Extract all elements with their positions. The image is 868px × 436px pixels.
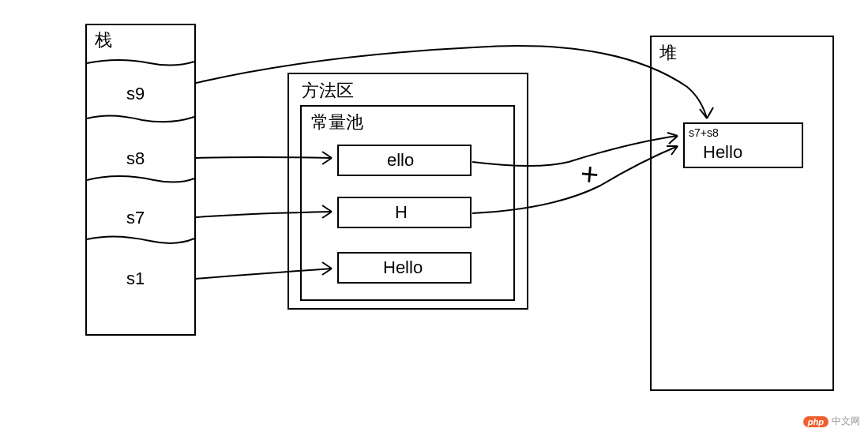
method-area-title: 方法区 [302,79,354,103]
stack-item-s8: s8 [126,148,145,169]
watermark: php 中文网 [803,415,860,428]
heap-container [650,36,834,391]
constant-ello-label: ello [387,150,414,171]
watermark-text: 中文网 [832,415,860,428]
stack-item-s7: s7 [126,208,145,228]
stack-title: 栈 [95,28,112,52]
watermark-badge: php [803,416,829,427]
constant-hello-label: Hello [383,257,423,278]
stack-item-s9: s9 [126,84,145,104]
heap-object-value: Hello [703,142,742,163]
constant-h-label: H [395,202,408,223]
heap-title: 堆 [659,41,677,65]
stack-item-s1: s1 [126,269,145,289]
heap-object-label: s7+s8 [689,126,719,139]
plus-operator: + [579,156,600,193]
constant-pool-title: 常量池 [311,111,363,134]
